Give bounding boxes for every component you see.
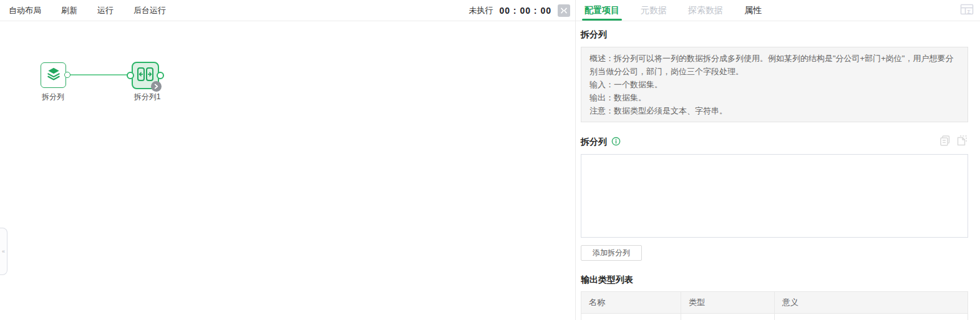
run-status-group: 未执行 00 : 00 : 00 [468,0,575,21]
description-overview: 概述：拆分列可以将一列的数据拆分成多列使用。例如某列的结构是"分公司+部门+岗位… [589,52,959,78]
node-split-column-source[interactable] [41,62,66,88]
cell-type: 数据 [681,314,775,320]
run-button[interactable]: 运行 [97,5,114,16]
description-output: 输出：数据集。 [589,91,959,104]
main-area: 拆分列 拆分列1 « 拆分列 概 [0,21,980,320]
left-drawer-toggle[interactable]: « [0,228,7,275]
layers-icon [46,66,62,85]
background-run-button[interactable]: 后台运行 [133,5,166,16]
run-status-label: 未执行 [468,5,493,16]
paste-icon[interactable] [956,135,968,150]
cell-name: 数据集 [581,314,681,320]
svg-text:Σ: Σ [968,8,971,14]
collapse-panel-icon[interactable] [558,4,570,17]
run-timer: 00 : 00 : 00 [499,6,551,16]
node-next-step-badge[interactable] [151,81,162,92]
tab-config-items[interactable]: 配置项目 [585,0,619,21]
panel-title: 拆分列 [581,29,968,41]
split-columns-icon [137,67,154,84]
input-port[interactable] [127,72,134,79]
add-split-column-button[interactable]: 添加拆分列 [581,245,642,261]
auto-layout-button[interactable]: 自动布局 [9,5,41,16]
column-header-name: 名称 [581,292,681,314]
summary-table-icon[interactable]: Σ [960,3,974,18]
toolbar-actions: 自动布局 刷新 运行 后台运行 [0,0,166,21]
tab-explore-data[interactable]: 探索数据 [688,0,723,21]
flow-canvas[interactable]: 拆分列 拆分列1 « [0,21,575,320]
table-header-row: 名称 类型 意义 [581,292,968,314]
config-panel: 拆分列 概述：拆分列可以将一列的数据拆分成多列使用。例如某列的结构是"分公司+部… [575,21,980,320]
node-label: 拆分列 [31,92,75,102]
output-type-table: 名称 类型 意义 数据集 数据 为拆分操作后产生的一个数据集，可供后置节点使用。 [581,291,968,320]
description-note: 注意：数据类型必须是文本、字符串。 [589,104,959,117]
output-port[interactable] [157,72,164,79]
column-header-type: 类型 [681,292,775,314]
split-column-list-area[interactable] [581,154,968,238]
section-title: 拆分列 [581,137,607,148]
output-type-list-title: 输出类型列表 [581,274,968,286]
tab-properties[interactable]: 属性 [744,0,762,21]
copy-icon[interactable] [939,135,951,150]
refresh-button[interactable]: 刷新 [61,5,77,16]
output-port[interactable] [64,72,70,78]
node-description-box: 概述：拆分列可以将一列的数据拆分成多列使用。例如某列的结构是"分公司+部门+岗位… [581,47,968,122]
split-column-section-header: 拆分列 [581,135,968,150]
tab-metadata[interactable]: 元数据 [641,0,667,21]
node-connection-edge[interactable] [70,74,131,75]
description-input: 输入：一个数据集。 [589,78,959,91]
table-row: 数据集 数据 为拆分操作后产生的一个数据集，可供后置节点使用。 [581,314,968,320]
column-header-meaning: 意义 [775,292,968,314]
cell-meaning: 为拆分操作后产生的一个数据集，可供后置节点使用。 [775,314,968,320]
right-panel-tabbar: 配置项目 元数据 探索数据 属性 Σ [575,0,980,21]
top-toolbar: 自动布局 刷新 运行 后台运行 未执行 00 : 00 : 00 配置项目 元数… [0,0,980,21]
node-label: 拆分列1 [125,92,169,102]
info-icon[interactable] [611,137,621,148]
